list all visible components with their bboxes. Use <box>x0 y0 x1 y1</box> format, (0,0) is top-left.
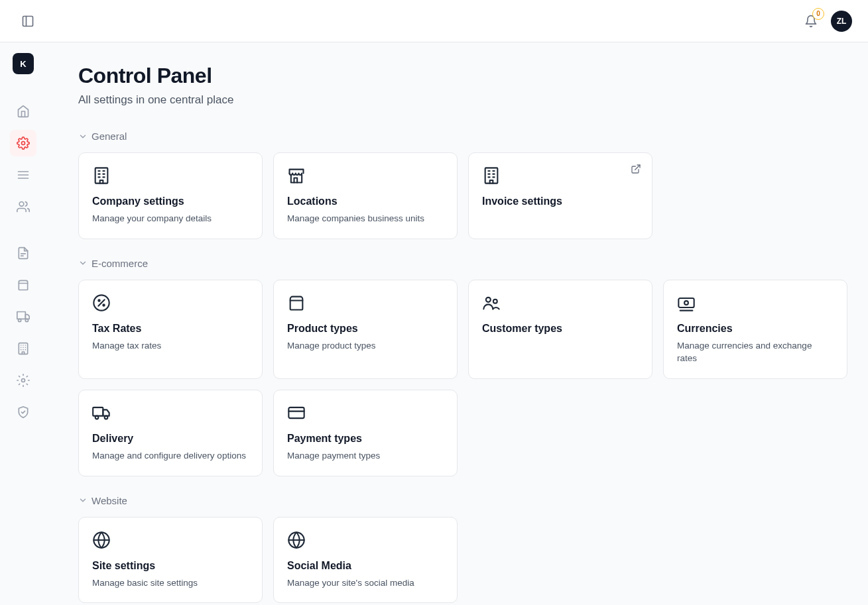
svg-point-49 <box>95 415 99 419</box>
section-header-general[interactable]: General <box>78 131 836 142</box>
card-title: Invoice settings <box>482 195 639 207</box>
card-customer-types[interactable]: Customer types <box>468 280 652 379</box>
svg-point-46 <box>684 301 688 305</box>
section-header-website[interactable]: Website <box>78 495 836 506</box>
sidebar-item-control-panel[interactable] <box>10 130 36 156</box>
header: 0 ZL <box>0 0 868 42</box>
people-icon <box>17 200 30 213</box>
chevron-down-icon <box>78 496 88 505</box>
section-title: General <box>92 131 127 142</box>
sidebar-item-company[interactable] <box>10 335 36 362</box>
card-title: Product types <box>287 323 444 335</box>
svg-point-2 <box>22 142 25 145</box>
chevron-down-icon <box>78 132 88 141</box>
section-general: General <box>78 131 836 239</box>
package-icon <box>287 294 306 312</box>
sidebar-item-queue[interactable] <box>10 162 36 188</box>
sidebar-toggle-button[interactable] <box>16 9 40 33</box>
sidebar-item-documents[interactable] <box>10 240 36 266</box>
chevron-down-icon <box>78 258 88 268</box>
gear-icon <box>17 137 30 150</box>
notification-badge: 0 <box>812 8 824 20</box>
truck-icon <box>17 310 30 323</box>
svg-point-50 <box>105 415 108 419</box>
card-description: Manage companies business units <box>287 213 444 225</box>
card-description: Manage and configure delivery options <box>92 450 249 463</box>
people-icon <box>482 294 501 312</box>
svg-point-12 <box>25 319 28 321</box>
card-invoice-settings[interactable]: Invoice settings <box>468 152 652 239</box>
section-title: Website <box>92 495 127 506</box>
card-description: Manage currencies and exchange rates <box>677 340 834 365</box>
section-header-ecommerce[interactable]: E-commerce <box>78 258 836 269</box>
cash-icon <box>677 294 696 312</box>
card-title: Tax Rates <box>92 323 249 335</box>
svg-rect-9 <box>17 312 25 319</box>
document-icon <box>17 247 30 260</box>
card-description: Manage basic site settings <box>92 577 249 590</box>
gear-outline-icon <box>17 374 30 387</box>
card-tax-rates[interactable]: Tax Rates Manage tax rates <box>78 280 263 379</box>
svg-point-11 <box>19 319 21 321</box>
sidebar-logo[interactable]: K <box>13 53 34 74</box>
svg-rect-24 <box>95 168 108 183</box>
section-title: E-commerce <box>92 258 148 269</box>
page-subtitle: All settings in one central place <box>78 93 836 107</box>
svg-point-6 <box>19 202 24 207</box>
globe-icon <box>287 531 306 549</box>
card-title: Company settings <box>92 195 249 207</box>
header-left <box>16 9 40 33</box>
percent-icon <box>92 294 111 312</box>
cards-grid-ecommerce: Tax Rates Manage tax rates Product types… <box>78 280 836 476</box>
queue-icon <box>17 168 30 182</box>
svg-rect-51 <box>288 408 304 418</box>
card-company-settings[interactable]: Company settings Manage your company det… <box>78 152 263 239</box>
credit-card-icon <box>287 404 306 422</box>
card-payment-types[interactable]: Payment types Manage payment types <box>273 390 458 476</box>
truck-icon <box>92 404 111 422</box>
svg-rect-0 <box>23 16 33 26</box>
sidebar-item-settings[interactable] <box>10 367 36 394</box>
svg-marker-10 <box>25 315 29 319</box>
sidebar-item-delivery[interactable] <box>10 303 36 330</box>
sidebar-item-products[interactable] <box>10 272 36 298</box>
card-title: Locations <box>287 195 444 207</box>
main-content: Control Panel All settings in one centra… <box>46 42 868 605</box>
card-title: Delivery <box>92 433 249 445</box>
sidebar-item-home[interactable] <box>10 98 36 125</box>
external-link-icon <box>631 164 641 174</box>
section-ecommerce: E-commerce Tax Rates Manage tax rates <box>78 258 836 476</box>
home-icon <box>17 105 30 118</box>
card-title: Social Media <box>287 560 444 572</box>
header-right: 0 ZL <box>799 9 852 33</box>
page-title: Control Panel <box>78 64 836 88</box>
avatar[interactable]: ZL <box>831 11 852 32</box>
building-icon <box>92 166 111 185</box>
package-icon <box>17 278 30 292</box>
card-description: Manage payment types <box>287 450 444 463</box>
card-title: Currencies <box>677 323 834 335</box>
card-title: Site settings <box>92 560 249 572</box>
building-icon <box>482 166 501 185</box>
notifications-button[interactable]: 0 <box>799 9 823 33</box>
card-title: Customer types <box>482 323 639 335</box>
svg-rect-48 <box>93 408 103 416</box>
card-currencies[interactable]: Currencies Manage currencies and exchang… <box>663 280 847 379</box>
svg-point-23 <box>22 379 25 382</box>
sidebar-item-people[interactable] <box>10 193 36 220</box>
card-description: Manage product types <box>287 340 444 353</box>
svg-rect-32 <box>485 168 498 183</box>
storefront-icon <box>287 166 306 185</box>
card-site-settings[interactable]: Site settings Manage basic site settings <box>78 517 263 604</box>
card-locations[interactable]: Locations Manage companies business unit… <box>273 152 458 239</box>
cards-grid-website: Site settings Manage basic site settings… <box>78 517 836 604</box>
card-delivery[interactable]: Delivery Manage and configure delivery o… <box>78 390 263 476</box>
card-description: Manage tax rates <box>92 340 249 353</box>
card-title: Payment types <box>287 433 444 445</box>
section-website: Website Site settings Manage basic site … <box>78 495 836 604</box>
card-social-media[interactable]: Social Media Manage your site's social m… <box>273 517 458 604</box>
sidebar-item-security[interactable] <box>10 399 36 425</box>
svg-point-43 <box>486 298 491 302</box>
card-product-types[interactable]: Product types Manage product types <box>273 280 458 379</box>
svg-point-44 <box>493 300 497 303</box>
